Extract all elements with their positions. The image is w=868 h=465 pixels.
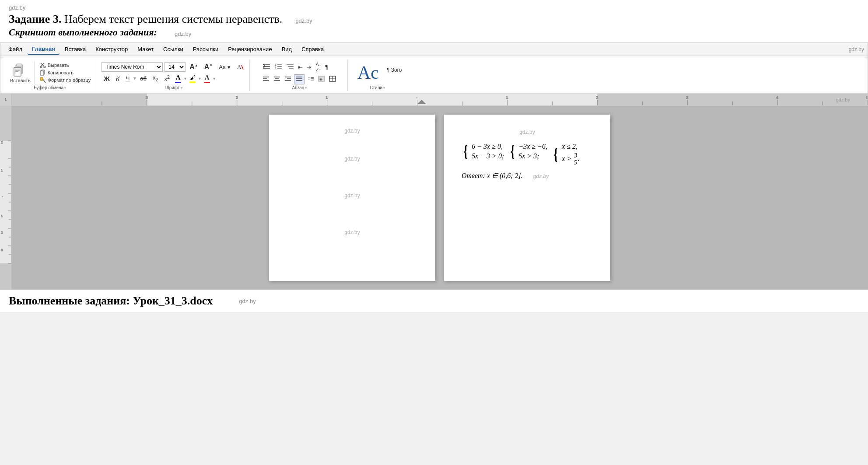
styles-group: Ac ¶ Зого Стили ▿ — [350, 60, 405, 91]
align-right-icon — [284, 76, 291, 82]
styles-label: Стили — [370, 85, 382, 90]
math-watermark: gdz.by — [533, 173, 549, 179]
left-page-wm-2: gdz.by — [287, 156, 418, 162]
shrink-font-button[interactable]: A▼ — [202, 62, 215, 72]
bold-button[interactable]: Ж — [102, 74, 112, 83]
unordered-list-button[interactable] — [261, 62, 272, 72]
ruler-watermark: gdz.by — [836, 97, 850, 102]
svg-text:◈: ◈ — [319, 77, 322, 81]
superscript-button[interactable]: x2 — [162, 73, 172, 83]
svg-text:2: 2 — [1, 140, 3, 144]
vertical-ruler-svg: 2 1 · 1 2 3 — [0, 106, 11, 290]
bottom-watermark: gdz.by — [239, 298, 256, 304]
clear-format-icon: A — [237, 63, 244, 70]
math-answer: Ответ: x ∈ (0,6; 2]. gdz.by — [462, 171, 593, 180]
svg-rect-5 — [15, 71, 18, 72]
svg-rect-12 — [40, 77, 43, 80]
subscript-button[interactable]: x2 — [150, 73, 161, 83]
paste-icon — [12, 62, 28, 78]
borders-icon — [329, 76, 336, 82]
styles-sample-text: ¶ Зого — [387, 67, 402, 73]
left-page-wm-1: gdz.by — [287, 128, 418, 134]
ordered-list-button[interactable]: 1. 2. 3. — [273, 62, 284, 72]
font-color-button[interactable]: A — [174, 73, 182, 84]
font-expand-icon[interactable]: ▿ — [181, 86, 182, 90]
menu-item-home[interactable]: Главная — [28, 44, 60, 55]
font-name-select[interactable]: Times New Rom — [102, 62, 163, 72]
paragraph-group: 1. 2. 3. — [252, 60, 348, 91]
left-page-wm-3: gdz.by — [287, 192, 418, 199]
svg-text:5: 5 — [866, 95, 868, 100]
cut-button[interactable]: Вырезать — [38, 62, 93, 69]
svg-text:4: 4 — [776, 95, 778, 100]
show-marks-button[interactable]: ¶ — [324, 63, 329, 72]
svg-text:·: · — [2, 195, 3, 199]
align-right-button[interactable] — [283, 75, 293, 84]
svg-rect-11 — [40, 71, 44, 75]
font-size-select[interactable]: 14 — [164, 62, 186, 72]
svg-text:·: · — [416, 95, 417, 100]
increase-indent-button[interactable]: ⇥ — [305, 63, 313, 71]
svg-line-15 — [242, 65, 243, 70]
system2-line1: −3x ≥ −6, — [518, 143, 547, 150]
justify-icon — [296, 76, 303, 82]
menu-item-file[interactable]: Файл — [4, 44, 27, 54]
system1-line1: 6 − 3x ≥ 0, — [472, 143, 504, 150]
svg-text:3: 3 — [146, 95, 148, 100]
shading-button[interactable]: ◈ — [317, 75, 326, 84]
menu-item-insert[interactable]: Вставка — [60, 44, 90, 54]
pages-container: gdz.by gdz.by gdz.by gdz.by gdz.by { — [11, 106, 868, 290]
svg-rect-82 — [0, 106, 11, 141]
menu-item-help[interactable]: Справка — [297, 44, 328, 54]
right-page: gdz.by { 6 − 3x ≥ 0, 5x − 3 > 0; { — [444, 115, 610, 281]
ordered-list-icon: 1. 2. 3. — [274, 63, 282, 70]
sort-button[interactable]: A↓Z↑ — [314, 61, 322, 73]
paste-button[interactable]: Вставить — [7, 61, 35, 84]
svg-text:1: 1 — [1, 168, 3, 172]
svg-rect-3 — [15, 69, 20, 70]
svg-text:2: 2 — [596, 95, 598, 100]
justify-button[interactable] — [294, 74, 304, 84]
menu-item-constructor[interactable]: Конструктор — [91, 44, 132, 54]
align-left-button[interactable] — [261, 75, 271, 84]
styles-expand-icon[interactable]: ▿ — [383, 86, 385, 90]
change-case-button[interactable]: Аа ▾ — [217, 63, 233, 71]
format-painter-button[interactable]: Формат по образцу — [38, 77, 93, 84]
menu-item-view[interactable]: Вид — [277, 44, 297, 54]
grow-font-button[interactable]: A▲ — [187, 62, 200, 72]
highlight-button[interactable]: 🖌 — [188, 74, 197, 83]
align-left-icon — [262, 76, 270, 82]
menu-item-links[interactable]: Ссылки — [159, 44, 188, 54]
decrease-indent-button[interactable]: ⇤ — [297, 63, 304, 71]
styles-sample-A: Ac — [353, 63, 383, 82]
ruler-svg: 3 2 1 · 1 2 — [12, 94, 868, 105]
svg-rect-84 — [0, 263, 11, 290]
svg-rect-1 — [17, 64, 22, 66]
copy-button[interactable]: Копировать — [38, 69, 93, 76]
svg-text:3: 3 — [1, 248, 3, 252]
left-page-wm-4: gdz.by — [287, 229, 418, 235]
menu-item-mailings[interactable]: Рассылки — [189, 44, 223, 54]
strikethrough-button[interactable]: аб — [138, 74, 149, 83]
top-left-watermark: gdz.by — [9, 4, 859, 11]
format-painter-icon — [40, 77, 46, 83]
menu-item-layout[interactable]: Макет — [133, 44, 158, 54]
underline-button[interactable]: Ч — [124, 74, 132, 83]
align-center-button[interactable] — [272, 75, 282, 84]
clipboard-expand-icon[interactable]: ▿ — [64, 86, 66, 90]
borders-button[interactable] — [328, 75, 337, 84]
svg-text:1: 1 — [506, 95, 508, 100]
menu-bar: Файл Главная Вставка Конструктор Макет С… — [0, 43, 868, 56]
italic-button[interactable]: К — [114, 74, 122, 83]
clipboard-group: Вставить Вырезать — [4, 60, 96, 91]
menu-item-review[interactable]: Рецензирование — [224, 44, 276, 54]
top-right-watermark-1: gdz.by — [295, 17, 312, 24]
zadanie-text: Наберем текст решения системы неравенств… — [61, 13, 282, 25]
text-color-button[interactable]: A — [203, 73, 211, 84]
clear-format-button[interactable]: A — [234, 62, 246, 72]
paragraph-expand-icon[interactable]: ▿ — [305, 86, 307, 90]
multilevel-list-button[interactable] — [285, 62, 295, 72]
font-group-label: Шрифт — [165, 85, 180, 90]
multilevel-list-icon — [286, 63, 294, 70]
line-spacing-button[interactable]: ↕ — [306, 75, 315, 84]
